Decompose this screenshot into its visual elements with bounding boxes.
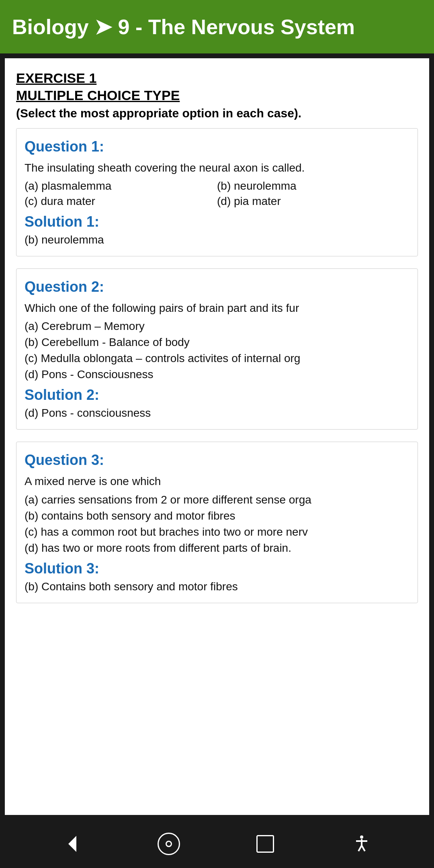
exercise-title-line1: EXERCISE 1: [16, 70, 418, 86]
svg-point-1: [360, 835, 363, 839]
option-3c: (c) has a common root but braches into t…: [25, 526, 409, 538]
recents-square-icon: [256, 835, 274, 853]
option-1c: (c) dura mater: [25, 195, 217, 208]
exercise-header: EXERCISE 1 MULTIPLE CHOICE TYPE (Select …: [16, 70, 418, 120]
home-circle-icon: [158, 833, 180, 855]
svg-line-4: [358, 845, 362, 851]
option-2a: (a) Cerebrum – Memory: [25, 320, 409, 333]
question-1-text: The insulating sheath covering the neura…: [25, 160, 409, 176]
svg-line-5: [362, 845, 365, 851]
back-button[interactable]: [58, 830, 86, 858]
header-title: Biology ➤ 9 - The Nervous System: [12, 15, 355, 39]
option-3d: (d) has two or more roots from different…: [25, 542, 409, 555]
home-button[interactable]: [155, 830, 183, 858]
question-3-label: Question 3:: [25, 452, 409, 469]
home-circle-inner-icon: [166, 841, 172, 847]
question-card-2: Question 2: Which one of the following p…: [16, 268, 418, 430]
solution-3-label: Solution 3:: [25, 560, 409, 577]
solution-1-label: Solution 1:: [25, 213, 409, 230]
exercise-title-line2: MULTIPLE CHOICE TYPE: [16, 88, 418, 103]
option-1b: (b) neurolemma: [217, 180, 409, 192]
option-2d: (d) Pons - Consciousness: [25, 368, 409, 381]
question-2-options: (a) Cerebrum – Memory (b) Cerebellum - B…: [25, 320, 409, 381]
option-1d: (d) pia mater: [217, 195, 409, 208]
exercise-instruction: (Select the most appropriate option in e…: [16, 106, 301, 120]
question-card-3: Question 3: A mixed nerve is one which (…: [16, 442, 418, 603]
question-2-text: Which one of the following pairs of brai…: [25, 300, 409, 316]
accessibility-button[interactable]: [348, 830, 376, 858]
solution-1-text: (b) neurolemma: [25, 233, 409, 246]
question-card-1: Question 1: The insulating sheath coveri…: [16, 128, 418, 256]
navigation-bar: [0, 820, 434, 868]
recents-button[interactable]: [251, 830, 279, 858]
question-2-label: Question 2:: [25, 278, 409, 295]
option-row: (c) dura mater (d) pia mater: [25, 195, 409, 208]
option-1a: (a) plasmalemma: [25, 180, 217, 192]
option-2c: (c) Medulla oblongata – controls activit…: [25, 352, 409, 365]
option-2b: (b) Cerebellum - Balance of body: [25, 336, 409, 349]
solution-2-text: (d) Pons - consciousness: [25, 407, 409, 420]
option-3a: (a) carries sensations from 2 or more di…: [25, 493, 409, 506]
question-1-options: (a) plasmalemma (b) neurolemma (c) dura …: [25, 180, 409, 208]
solution-2-label: Solution 2:: [25, 387, 409, 403]
svg-marker-0: [68, 836, 76, 852]
app-header: Biology ➤ 9 - The Nervous System: [0, 0, 434, 53]
option-3b: (b) contains both sensory and motor fibr…: [25, 510, 409, 522]
question-3-options: (a) carries sensations from 2 or more di…: [25, 493, 409, 555]
question-3-text: A mixed nerve is one which: [25, 473, 409, 489]
main-content: EXERCISE 1 MULTIPLE CHOICE TYPE (Select …: [5, 58, 429, 815]
question-1-label: Question 1:: [25, 138, 409, 155]
option-row: (a) plasmalemma (b) neurolemma: [25, 180, 409, 192]
solution-3-text: (b) Contains both sensory and motor fibr…: [25, 580, 409, 593]
